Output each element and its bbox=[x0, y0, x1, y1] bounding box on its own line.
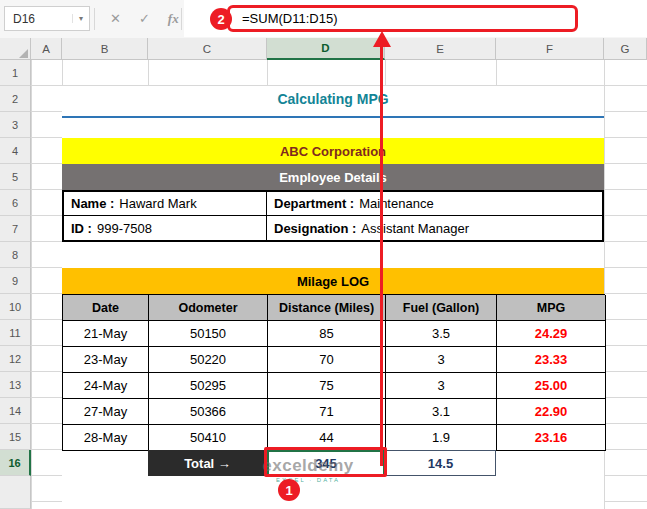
cell-fuel[interactable]: 3.1 bbox=[386, 399, 497, 425]
gridline-vertical bbox=[31, 60, 32, 509]
id-value: 999-7508 bbox=[97, 221, 152, 236]
employee-details-table: Name : Haward Mark Department : Maintena… bbox=[62, 190, 604, 242]
column-header-f[interactable]: F bbox=[496, 38, 604, 60]
designation-label: Designation : bbox=[274, 221, 356, 236]
name-value: Haward Mark bbox=[119, 196, 196, 211]
id-label: ID : bbox=[71, 221, 92, 236]
milage-log-banner-cell[interactable]: Milage LOG bbox=[62, 268, 604, 294]
column-header-e[interactable]: E bbox=[385, 38, 496, 60]
formula-highlight-box: =SUM(D11:D15) bbox=[227, 5, 578, 32]
cell-distance[interactable]: 85 bbox=[268, 321, 386, 347]
column-header-d[interactable]: D bbox=[267, 38, 385, 60]
row-header-3[interactable]: 3 bbox=[0, 112, 31, 138]
milage-log-table: Date Odometer Distance (Miles) Fuel (Gal… bbox=[62, 294, 605, 451]
cell-distance[interactable]: 75 bbox=[268, 373, 386, 399]
cell-distance[interactable]: 70 bbox=[268, 347, 386, 373]
row-header-8[interactable]: 8 bbox=[0, 242, 31, 268]
column-header-g[interactable]: G bbox=[604, 38, 647, 60]
annotation-arrow-head-icon bbox=[373, 31, 391, 47]
cell-mpg[interactable]: 24.29 bbox=[497, 321, 606, 347]
row-header-12[interactable]: 12 bbox=[0, 346, 31, 372]
cell-mpg[interactable]: 23.16 bbox=[497, 425, 606, 451]
log-header-odometer[interactable]: Odometer bbox=[149, 295, 268, 321]
cell-designation[interactable]: Designation : Assistant Manager bbox=[267, 216, 602, 240]
name-box-dropdown-icon[interactable]: ▾ bbox=[72, 14, 89, 23]
company-banner-cell[interactable]: ABC Corporation bbox=[62, 138, 604, 164]
formula-bar-buttons: ✕ ✓ fx bbox=[100, 6, 189, 31]
row-header-1[interactable]: 1 bbox=[0, 60, 31, 86]
cell-date[interactable]: 23-May bbox=[63, 347, 149, 373]
column-header-a[interactable]: A bbox=[31, 38, 62, 60]
cell-mpg[interactable]: 23.33 bbox=[497, 347, 606, 373]
cell-odometer[interactable]: 50150 bbox=[149, 321, 268, 347]
log-header-date[interactable]: Date bbox=[63, 295, 149, 321]
row-header-13[interactable]: 13 bbox=[0, 372, 31, 398]
row-header-14[interactable]: 14 bbox=[0, 398, 31, 424]
row-header-15[interactable]: 15 bbox=[0, 424, 31, 450]
log-header-mpg[interactable]: MPG bbox=[497, 295, 606, 321]
cell-distance[interactable]: 71 bbox=[268, 399, 386, 425]
department-value: Maintenance bbox=[359, 196, 433, 211]
column-header-b[interactable]: B bbox=[62, 38, 148, 60]
annotation-arrow-line bbox=[380, 46, 383, 466]
row-header-9[interactable]: 9 bbox=[0, 268, 31, 294]
cell-total-fuel[interactable]: 14.5 bbox=[385, 450, 496, 476]
row-header-11[interactable]: 11 bbox=[0, 320, 31, 346]
select-all-button[interactable] bbox=[0, 38, 31, 60]
divider bbox=[181, 8, 182, 30]
cell-department[interactable]: Department : Maintenance bbox=[267, 192, 602, 216]
select-all-triangle-icon bbox=[19, 49, 28, 58]
cell-total-label[interactable]: Total → bbox=[148, 450, 267, 476]
row-header-2[interactable]: 2 bbox=[0, 86, 31, 112]
cell-odometer[interactable]: 50410 bbox=[149, 425, 268, 451]
title-underline bbox=[62, 116, 604, 118]
step-2-badge: 2 bbox=[210, 8, 232, 30]
enter-icon[interactable]: ✓ bbox=[139, 11, 150, 26]
insert-function-icon[interactable]: fx bbox=[168, 11, 179, 27]
cell-date[interactable]: 21-May bbox=[63, 321, 149, 347]
row-header-10[interactable]: 10 bbox=[0, 294, 31, 320]
cell-mpg[interactable]: 22.90 bbox=[497, 399, 606, 425]
row-header-16[interactable]: 16 bbox=[0, 450, 31, 476]
employee-details-banner-cell[interactable]: Employee Details bbox=[62, 164, 604, 190]
cell-id[interactable]: ID : 999-7508 bbox=[64, 216, 267, 240]
cell-date[interactable]: 24-May bbox=[63, 373, 149, 399]
sheet-title[interactable]: Calculating MPG bbox=[62, 86, 604, 112]
column-header-strip: A B C D E F G bbox=[0, 38, 647, 60]
row-header-partial[interactable] bbox=[0, 476, 31, 509]
divider bbox=[94, 8, 95, 30]
log-header-fuel[interactable]: Fuel (Gallon) bbox=[386, 295, 497, 321]
cell-fuel[interactable]: 3 bbox=[386, 373, 497, 399]
row-header-4[interactable]: 4 bbox=[0, 138, 31, 164]
excel-window: D16 ▾ ✕ ✓ fx A B C D E F G 1 2 3 bbox=[0, 0, 647, 509]
cancel-icon[interactable]: ✕ bbox=[110, 11, 121, 26]
column-header-c[interactable]: C bbox=[148, 38, 267, 60]
cell-highlight-box bbox=[264, 447, 387, 477]
designation-value: Assistant Manager bbox=[361, 221, 469, 236]
cell-fuel[interactable]: 3 bbox=[386, 347, 497, 373]
row-header-6[interactable]: 6 bbox=[0, 190, 31, 216]
cell-odometer[interactable]: 50366 bbox=[149, 399, 268, 425]
cell-name[interactable]: Name : Haward Mark bbox=[64, 192, 267, 216]
name-label: Name : bbox=[71, 196, 114, 211]
cell-fuel[interactable]: 1.9 bbox=[386, 425, 497, 451]
row-header-7[interactable]: 7 bbox=[0, 216, 31, 242]
cell-date[interactable]: 27-May bbox=[63, 399, 149, 425]
cell-fuel[interactable]: 3.5 bbox=[386, 321, 497, 347]
row-header-5[interactable]: 5 bbox=[0, 164, 31, 190]
department-label: Department : bbox=[274, 196, 354, 211]
cell-date[interactable]: 28-May bbox=[63, 425, 149, 451]
formula-text: =SUM(D11:D15) bbox=[242, 11, 337, 26]
cell-odometer[interactable]: 50295 bbox=[149, 373, 268, 399]
step-1-badge: 1 bbox=[278, 479, 300, 501]
cell-odometer[interactable]: 50220 bbox=[149, 347, 268, 373]
spreadsheet-grid: 1 2 3 4 5 6 7 8 9 10 11 12 13 14 15 16 C… bbox=[0, 60, 647, 509]
log-header-distance[interactable]: Distance (Miles) bbox=[268, 295, 386, 321]
cell-mpg[interactable]: 25.00 bbox=[497, 373, 606, 399]
name-box-value: D16 bbox=[13, 12, 35, 26]
name-box[interactable]: D16 ▾ bbox=[4, 6, 90, 31]
